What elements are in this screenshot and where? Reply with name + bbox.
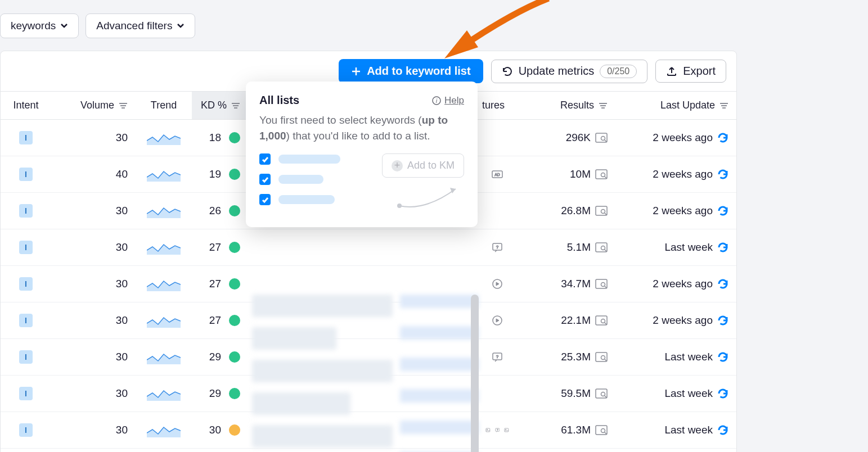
- serp-features-cell: ?: [478, 242, 517, 253]
- serp-preview-icon[interactable]: [595, 242, 608, 252]
- blurred-content: [400, 295, 479, 452]
- plus-icon: [351, 66, 361, 76]
- trend-cell: [136, 167, 192, 182]
- serp-preview-icon[interactable]: [595, 279, 608, 289]
- volume-cell: 30: [51, 351, 136, 363]
- advanced-filter-label: Advanced filters: [96, 20, 172, 32]
- trend-cell: [136, 423, 192, 437]
- last-update-cell: 2 weeks ago: [615, 278, 736, 290]
- svg-rect-28: [505, 428, 509, 432]
- export-button[interactable]: Export: [655, 60, 726, 83]
- checklist-item: [259, 174, 340, 185]
- sort-icon: [599, 102, 608, 110]
- refresh-icon[interactable]: [717, 315, 728, 326]
- svg-point-34: [397, 204, 402, 208]
- col-volume[interactable]: Volume: [51, 92, 136, 119]
- all-lists-popover: All lists i Help You first need to selec…: [246, 82, 478, 227]
- intent-badge: I: [19, 241, 33, 254]
- kd-difficulty-dot: [229, 169, 240, 180]
- curved-arrow-icon: [397, 183, 464, 211]
- kd-cell: 27: [192, 241, 248, 254]
- serp-preview-icon[interactable]: [595, 206, 608, 216]
- add-button-label: Add to keyword list: [367, 65, 470, 78]
- trend-cell: [136, 313, 192, 328]
- kd-cell: 27: [192, 314, 248, 327]
- svg-point-1: [601, 137, 605, 141]
- kd-cell: 19: [192, 168, 248, 180]
- col-serp-features[interactable]: tures: [478, 92, 517, 119]
- popover-title: All lists: [259, 94, 299, 107]
- serp-preview-icon[interactable]: [595, 388, 608, 399]
- intent-badge: I: [19, 350, 33, 364]
- kd-difficulty-dot: [229, 205, 240, 216]
- add-to-km-button-disabled: + Add to KM: [382, 153, 464, 178]
- results-cell: 22.1M: [517, 314, 615, 327]
- chevron-down-icon: [60, 22, 68, 30]
- refresh-icon[interactable]: [717, 205, 728, 216]
- trend-cell: [136, 386, 192, 401]
- intent-badge: I: [19, 131, 33, 144]
- upload-icon: [666, 66, 677, 77]
- kd-difficulty-dot: [229, 424, 240, 436]
- col-last-update[interactable]: Last Update: [615, 92, 736, 119]
- volume-cell: 30: [51, 132, 136, 144]
- col-trend[interactable]: Trend: [136, 92, 192, 119]
- trend-cell: [136, 204, 192, 218]
- serp-features-cell: [478, 278, 517, 290]
- serp-preview-icon[interactable]: [595, 352, 608, 362]
- plus-circle-icon: +: [392, 160, 403, 171]
- kd-difficulty-dot: [229, 351, 240, 363]
- update-metrics-button[interactable]: Update metrics 0/250: [491, 60, 648, 83]
- col-results[interactable]: Results: [517, 92, 615, 119]
- scrollbar[interactable]: [471, 295, 479, 452]
- checklist-item: [259, 194, 340, 205]
- refresh-icon[interactable]: [717, 424, 728, 436]
- svg-point-14: [601, 283, 605, 287]
- results-cell: 10M: [517, 168, 615, 180]
- trend-cell: [136, 130, 192, 145]
- serp-features-cell: ?: [478, 424, 517, 436]
- help-link[interactable]: i Help: [432, 95, 464, 106]
- refresh-icon[interactable]: [717, 388, 728, 399]
- refresh-icon[interactable]: [717, 169, 728, 180]
- sort-icon: [719, 102, 728, 110]
- serp-preview-icon[interactable]: [595, 315, 608, 326]
- intent-badge: I: [19, 277, 33, 291]
- refresh-icon: [502, 66, 513, 77]
- table-row[interactable]: I 30 27 ? 5.1M Last week: [1, 229, 736, 266]
- svg-point-31: [601, 429, 605, 433]
- refresh-icon[interactable]: [717, 351, 728, 363]
- info-icon: i: [432, 96, 441, 105]
- refresh-icon[interactable]: [717, 278, 728, 290]
- serp-preview-icon[interactable]: [595, 425, 608, 435]
- last-update-cell: 2 weeks ago: [615, 168, 736, 180]
- advanced-filter[interactable]: Advanced filters: [86, 13, 195, 38]
- last-update-cell: Last week: [615, 387, 736, 400]
- intent-badge: I: [19, 314, 33, 327]
- trend-cell: [136, 240, 192, 255]
- kd-difficulty-dot: [229, 278, 240, 290]
- main-panel: Add to keyword list Update metrics 0/250…: [0, 51, 737, 452]
- keywords-filter[interactable]: keywords: [0, 13, 79, 38]
- volume-cell: 30: [51, 205, 136, 217]
- update-count-badge: 0/250: [600, 65, 637, 78]
- svg-point-21: [601, 356, 605, 360]
- col-intent[interactable]: Intent: [1, 92, 51, 119]
- refresh-icon[interactable]: [717, 132, 728, 143]
- svg-point-7: [601, 210, 605, 214]
- last-update-cell: 2 weeks ago: [615, 132, 736, 144]
- serp-features-cell: ?: [478, 351, 517, 363]
- refresh-icon[interactable]: [717, 242, 728, 253]
- serp-preview-icon[interactable]: [595, 169, 608, 179]
- volume-cell: 30: [51, 241, 136, 254]
- kd-difficulty-dot: [229, 132, 240, 143]
- results-cell: 34.7M: [517, 278, 615, 290]
- results-cell: 26.8M: [517, 205, 615, 217]
- col-kd[interactable]: KD %: [192, 92, 248, 119]
- intent-badge: I: [19, 387, 33, 400]
- volume-cell: 30: [51, 278, 136, 290]
- serp-preview-icon[interactable]: [595, 133, 608, 143]
- volume-cell: 30: [51, 424, 136, 436]
- volume-cell: 30: [51, 387, 136, 400]
- add-to-keyword-list-button[interactable]: Add to keyword list: [339, 59, 483, 83]
